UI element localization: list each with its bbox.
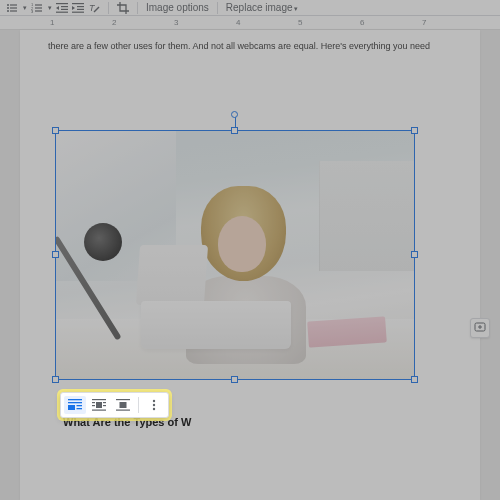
svg-rect-39 — [116, 399, 130, 400]
svg-rect-37 — [103, 405, 106, 406]
replace-image-button[interactable]: Replace image▾ — [226, 2, 298, 13]
numbered-list-icon[interactable]: 123 — [31, 2, 43, 14]
toolbar-separator — [137, 2, 138, 14]
resize-handle-top-right[interactable] — [411, 127, 418, 134]
replace-image-label: Replace image — [226, 2, 293, 13]
selected-image-frame[interactable] — [55, 130, 415, 380]
ruler-mark: 1 — [50, 18, 54, 27]
svg-point-0 — [7, 4, 9, 6]
clear-formatting-icon[interactable]: T — [88, 2, 100, 14]
svg-line-23 — [94, 7, 99, 12]
svg-point-42 — [153, 400, 155, 402]
svg-rect-35 — [103, 402, 106, 403]
svg-rect-29 — [68, 405, 75, 410]
wrap-text-button[interactable] — [88, 396, 110, 414]
chevron-down-icon: ▾ — [294, 5, 298, 12]
increase-indent-icon[interactable] — [72, 2, 84, 14]
break-text-button[interactable] — [112, 396, 134, 414]
resize-handle-top-middle[interactable] — [231, 127, 238, 134]
svg-point-43 — [153, 404, 155, 406]
body-paragraph[interactable]: there are a few other uses for them. And… — [48, 40, 452, 53]
svg-rect-20 — [77, 8, 84, 9]
svg-point-2 — [7, 7, 9, 9]
svg-rect-17 — [72, 3, 84, 4]
toolbar-separator — [138, 397, 139, 413]
svg-rect-1 — [10, 4, 17, 5]
svg-rect-32 — [92, 399, 106, 400]
svg-rect-7 — [35, 4, 42, 5]
svg-point-4 — [7, 10, 9, 12]
svg-rect-38 — [92, 410, 106, 411]
svg-rect-36 — [92, 405, 95, 406]
resize-handle-top-left[interactable] — [52, 127, 59, 134]
horizontal-ruler[interactable]: 1 2 3 4 5 6 7 — [0, 16, 500, 30]
svg-rect-9 — [35, 7, 42, 8]
chevron-down-icon[interactable]: ▾ — [48, 4, 52, 12]
svg-text:3: 3 — [31, 9, 34, 14]
resize-handle-middle-right[interactable] — [411, 251, 418, 258]
svg-rect-16 — [56, 11, 68, 12]
ruler-mark: 4 — [236, 18, 240, 27]
svg-rect-28 — [68, 402, 82, 403]
add-comment-button[interactable] — [470, 318, 490, 338]
decrease-indent-icon[interactable] — [56, 2, 68, 14]
ruler-mark: 5 — [298, 18, 302, 27]
svg-rect-14 — [61, 6, 68, 7]
more-options-button[interactable] — [143, 396, 165, 414]
svg-rect-41 — [116, 410, 130, 411]
svg-rect-34 — [92, 402, 95, 403]
image-options-button[interactable]: Image options — [146, 2, 209, 13]
svg-marker-13 — [56, 6, 59, 10]
bulleted-list-icon[interactable] — [6, 2, 18, 14]
svg-point-44 — [153, 408, 155, 410]
svg-rect-15 — [61, 8, 68, 9]
svg-rect-11 — [35, 10, 42, 11]
svg-rect-31 — [77, 408, 83, 409]
wrap-inline-button[interactable] — [64, 396, 86, 414]
svg-marker-18 — [72, 6, 75, 10]
ruler-mark: 2 — [112, 18, 116, 27]
resize-handle-bottom-right[interactable] — [411, 376, 418, 383]
rotate-handle[interactable] — [231, 111, 238, 118]
svg-rect-5 — [10, 10, 17, 11]
ruler-mark: 3 — [174, 18, 178, 27]
formatting-toolbar: ▾ 123 ▾ T Image options Replace image▾ — [0, 0, 500, 16]
svg-rect-33 — [96, 402, 102, 408]
svg-rect-12 — [56, 3, 68, 4]
svg-rect-27 — [68, 399, 82, 400]
toolbar-separator — [108, 2, 109, 14]
image-wrap-toolbar — [60, 392, 169, 418]
resize-handle-bottom-middle[interactable] — [231, 376, 238, 383]
document-image[interactable] — [56, 131, 414, 379]
resize-handle-middle-left[interactable] — [52, 251, 59, 258]
chevron-down-icon[interactable]: ▾ — [23, 4, 27, 12]
svg-rect-19 — [77, 6, 84, 7]
ruler-mark: 7 — [422, 18, 426, 27]
svg-rect-21 — [72, 11, 84, 12]
svg-rect-40 — [120, 402, 127, 408]
crop-icon[interactable] — [117, 2, 129, 14]
toolbar-separator — [217, 2, 218, 14]
svg-rect-3 — [10, 7, 17, 8]
resize-handle-bottom-left[interactable] — [52, 376, 59, 383]
ruler-mark: 6 — [360, 18, 364, 27]
svg-rect-30 — [77, 405, 83, 406]
